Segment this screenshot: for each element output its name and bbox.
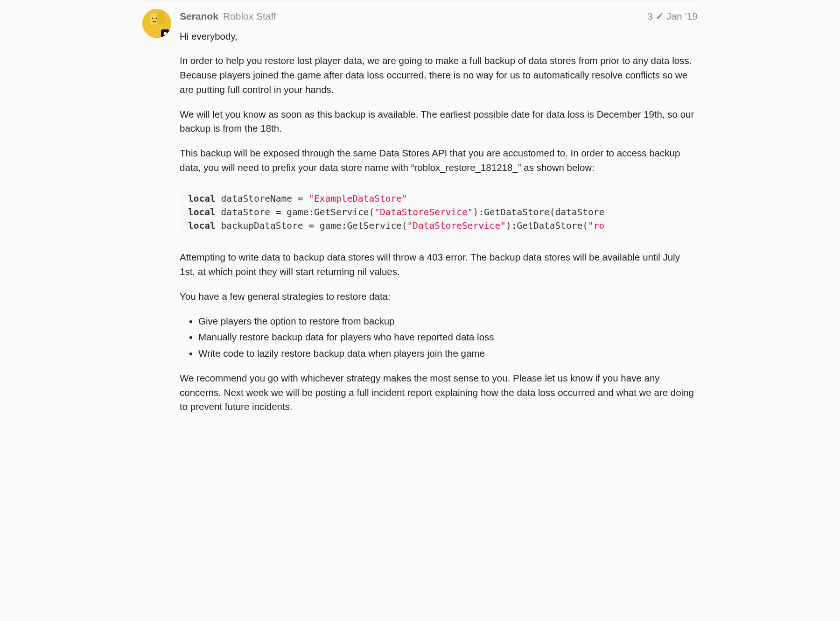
- svg-point-4: [155, 17, 157, 19]
- svg-rect-6: [163, 32, 167, 35]
- paragraph: This backup will be exposed through the …: [180, 146, 698, 175]
- svg-point-3: [152, 17, 153, 19]
- paragraph: Attempting to write data to backup data …: [180, 250, 698, 279]
- paragraph: You have a few general strategies to res…: [180, 289, 698, 304]
- strategy-list: Give players the option to restore from …: [198, 314, 698, 361]
- paragraph: In order to help you restore lost player…: [180, 54, 698, 97]
- post-meta: 3 Jan '19: [647, 9, 698, 24]
- post-body: Seranok Roblox Staff 3 Jan '19 Hi everyb…: [180, 9, 698, 424]
- paragraph: Hi everybody,: [180, 29, 698, 44]
- paragraph: We recommend you go with whichever strat…: [180, 371, 698, 414]
- svg-rect-2: [157, 12, 165, 24]
- edit-count: 3: [647, 9, 653, 24]
- post-divider: [142, 0, 698, 0]
- list-item: Manually restore backup data for players…: [198, 330, 698, 345]
- list-item: Write code to lazily restore backup data…: [198, 346, 698, 361]
- code-block[interactable]: local dataStoreName = "ExampleDataStore"…: [180, 185, 698, 240]
- paragraph: We will let you know as soon as this bac…: [180, 107, 698, 136]
- avatar[interactable]: [142, 9, 171, 38]
- author-name[interactable]: Seranok: [180, 9, 218, 24]
- pencil-icon: [656, 12, 664, 20]
- post-date[interactable]: Jan '19: [666, 9, 698, 24]
- forum-post: Seranok Roblox Staff 3 Jan '19 Hi everyb…: [142, 9, 698, 424]
- post-header: Seranok Roblox Staff 3 Jan '19: [180, 9, 698, 24]
- author-role: Roblox Staff: [223, 9, 276, 24]
- list-item: Give players the option to restore from …: [198, 314, 698, 329]
